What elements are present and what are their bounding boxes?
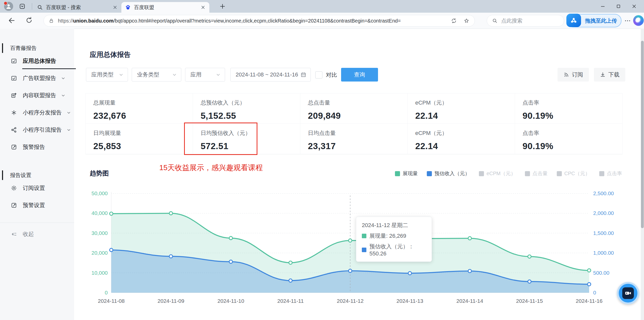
sidebar-item-1-1[interactable]: 预警设置 (0, 197, 74, 214)
sidebar: 百青藤报告应用总体报告广告联盟报告内容联盟报告小程序分发报告小程序引流报告预警报… (0, 29, 74, 320)
browser-tab-0[interactable]: 百度联盟 - 搜索 (33, 2, 121, 13)
maximize-button[interactable] (611, 0, 626, 13)
legend-item-disabled-3[interactable]: 点击率 (599, 170, 622, 177)
quick-search-box[interactable]: 点此搜索 (487, 15, 564, 27)
sidebar-item-0-5[interactable]: 预警报告 (0, 138, 74, 156)
sidebar-collapse-button[interactable]: 收起 (0, 226, 74, 243)
data-point (229, 260, 233, 263)
stat-value: 5,152.55 (201, 111, 300, 121)
tab-strip: 百度联盟 - 搜索百度联盟 (33, 0, 209, 13)
legend-swatch (525, 171, 530, 176)
stat-value: 23,317 (308, 141, 407, 151)
profile-avatar[interactable] (4, 2, 13, 11)
chevron-down-icon (216, 72, 221, 77)
left-axis-tick: 10,000 (92, 270, 108, 276)
tooltip-swatch (362, 248, 366, 252)
app-select[interactable]: 应用 (185, 68, 225, 82)
camera-icon (622, 287, 634, 299)
sidebar-item-1-0[interactable]: 订阅设置 (0, 179, 74, 197)
sidebar-item-0-3[interactable]: 小程序分发报告 (0, 104, 74, 121)
data-point (468, 237, 472, 240)
download-icon (600, 72, 606, 78)
legend-swatch (395, 171, 400, 176)
stat-label: eCPM（元） (415, 99, 515, 107)
baidu-icon (125, 4, 131, 10)
chart-tooltip: 2024-11-12 星期二 展现量: 26,269预估收入（元）：550.26 (356, 217, 432, 262)
data-point (349, 239, 352, 242)
sidebar-item-label: 小程序引流报告 (23, 126, 62, 134)
stat-cell-1-1: 日均预估收入（元）572.51 (193, 124, 300, 154)
date-range-value: 2024-11-08 ~ 2024-11-16 (236, 71, 300, 78)
stat-label: 点击率 (523, 129, 622, 137)
scrollbar-thumb[interactable] (641, 41, 644, 228)
compare-checkbox[interactable] (315, 71, 322, 78)
more-menu-icon[interactable] (624, 17, 631, 24)
refresh-icon[interactable] (25, 16, 33, 25)
close-icon[interactable] (200, 5, 206, 10)
chart-legend: 展现量预估收入（元）eCPM（元）点击量CPC（元）点击率 (395, 170, 622, 177)
alert-report-icon (11, 144, 17, 150)
address-bar[interactable]: https://union.baidu.com/bqt/appco.html#/… (43, 15, 475, 27)
tooltip-text: 预估收入（元）：550.26 (369, 243, 426, 257)
legend-item-展现量[interactable]: 展现量 (395, 170, 418, 177)
legend-item-预估收入（元）[interactable]: 预估收入（元） (427, 170, 470, 177)
browser-tab-1[interactable]: 百度联盟 (121, 2, 209, 13)
sidebar-item-label: 应用总体报告 (23, 57, 56, 65)
right-axis-tick: 1,000.00 (593, 250, 614, 256)
back-icon[interactable] (8, 16, 16, 25)
download-button[interactable]: 下载 (594, 68, 625, 82)
data-point (588, 283, 591, 286)
sidebar-item-0-2[interactable]: 内容联盟报告 (0, 87, 74, 104)
date-range-input[interactable]: 2024-11-08 ~ 2024-11-16 (230, 68, 311, 82)
stat-value: 209,849 (308, 111, 407, 121)
red-annotation: 15天收益展示，感兴趣观看课程 (159, 163, 263, 173)
sidebar-section-header: 报告设置 (0, 171, 74, 179)
content-report-icon (11, 92, 17, 99)
legend-item-disabled-2[interactable]: CPC（元） (557, 170, 590, 177)
stat-value: 90.19% (523, 141, 622, 151)
legend-label: 点击率 (607, 170, 622, 177)
x-axis-tick: 2024-11-15 (516, 298, 543, 304)
app-type-select[interactable]: 应用类型 (86, 68, 128, 82)
sidebar-divider (0, 223, 74, 223)
alert-setting-icon (11, 202, 17, 209)
trend-chart-title: 趋势图 (90, 169, 109, 177)
stat-label: 总展现量 (93, 99, 193, 107)
x-axis-tick: 2024-11-08 (98, 298, 125, 304)
page-scrollbar[interactable] (641, 29, 644, 320)
minimize-button[interactable] (595, 0, 611, 13)
netdisk-upload-button[interactable]: 拖拽至此上传 (566, 14, 621, 27)
x-axis-tick: 2024-11-14 (456, 298, 483, 304)
collapse-label: 收起 (23, 230, 34, 238)
stat-cell-0-2: 总点击量209,849 (300, 93, 408, 124)
close-window-button[interactable] (626, 0, 642, 13)
copilot-icon[interactable] (633, 15, 644, 26)
stat-label: 日均预估收入（元） (201, 129, 300, 137)
screen-recorder-widget[interactable] (617, 282, 639, 304)
gear-icon (11, 185, 17, 191)
stat-cell-1-0: 日均展现量25,853 (86, 124, 193, 154)
query-button[interactable]: 查询 (341, 68, 378, 82)
biz-type-select[interactable]: 业务类型 (132, 68, 181, 82)
favorite-star-icon[interactable] (463, 18, 470, 24)
legend-item-disabled-0[interactable]: eCPM（元） (479, 170, 516, 177)
sidebar-item-0-4[interactable]: 小程序引流报告 (0, 121, 74, 138)
legend-item-disabled-1[interactable]: 点击量 (525, 170, 548, 177)
sidebar-item-0-0[interactable]: 应用总体报告 (0, 52, 74, 70)
page-title: 应用总体报告 (90, 50, 131, 59)
data-point (528, 280, 531, 283)
sidebar-section-header: 百青藤报告 (0, 44, 74, 52)
left-axis-tick: 40,000 (92, 210, 108, 216)
data-point (408, 272, 412, 275)
lock-icon (49, 18, 54, 23)
biz-type-label: 业务类型 (137, 71, 172, 78)
tab-actions-icon[interactable] (19, 3, 26, 10)
sync-icon[interactable] (451, 18, 457, 24)
close-icon[interactable] (112, 5, 118, 10)
x-axis-tick: 2024-11-13 (396, 298, 423, 304)
sidebar-item-0-1[interactable]: 广告联盟报告 (0, 70, 74, 87)
right-axis-tick: 0 (593, 290, 596, 295)
new-tab-button[interactable] (219, 3, 226, 10)
section-marker (2, 43, 3, 53)
subscribe-button[interactable]: 订阅 (558, 68, 589, 82)
